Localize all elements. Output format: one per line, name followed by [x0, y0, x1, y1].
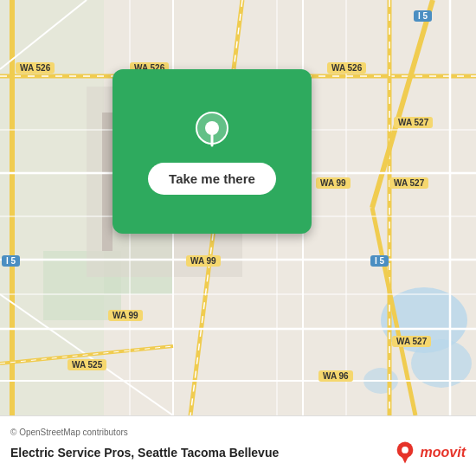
map: WA 526 WA 526 WA 526 WA 527 WA 99 WA 527… [0, 0, 476, 415]
map-attribution: © OpenStreetMap contributors [10, 428, 466, 437]
svg-marker-41 [401, 455, 408, 463]
moovit-logo: moovit [393, 441, 466, 465]
svg-point-37 [205, 121, 219, 135]
svg-rect-5 [102, 113, 113, 251]
location-pin-icon [191, 109, 233, 151]
badge-wa99-right: WA 99 [316, 177, 351, 189]
badge-wa527-2: WA 527 [389, 177, 428, 189]
badge-wa526-right: WA 526 [327, 62, 366, 74]
place-info-row: Electric Service Pros, Seattle Tacoma Be… [10, 441, 466, 465]
moovit-brand-text: moovit [421, 445, 466, 460]
moovit-pin-icon [393, 441, 417, 465]
badge-i5-top: I 5 [414, 10, 432, 22]
badge-i5-right: I 5 [370, 255, 389, 267]
svg-point-40 [402, 447, 408, 453]
badge-wa525: WA 525 [68, 359, 106, 370]
location-card: Take me there [113, 69, 312, 234]
bottom-bar: © OpenStreetMap contributors Electric Se… [0, 415, 476, 476]
badge-wa96: WA 96 [318, 370, 353, 382]
badge-wa527-low: WA 527 [392, 336, 431, 347]
badge-wa99-mid: WA 99 [186, 255, 221, 267]
place-name: Electric Service Pros, Seattle Tacoma Be… [10, 446, 279, 460]
badge-wa527-1: WA 527 [394, 117, 433, 128]
take-me-there-button[interactable]: Take me there [148, 163, 276, 195]
badge-wa99-low: WA 99 [108, 310, 143, 321]
badge-i5-left: I 5 [2, 255, 20, 267]
badge-wa526-left: WA 526 [16, 62, 55, 74]
